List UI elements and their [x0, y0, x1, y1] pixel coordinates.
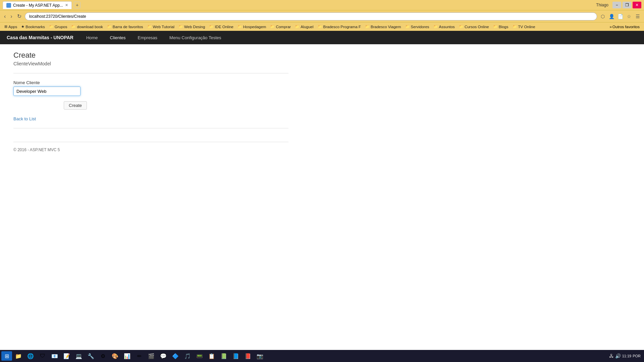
content-divider — [13, 73, 288, 73]
bookmark-icon: 📁 — [405, 24, 410, 29]
forward-button[interactable]: › — [9, 13, 13, 20]
bookmark-icon: 📁 — [365, 24, 370, 29]
minimize-button[interactable]: − — [612, 2, 621, 8]
bookmark-item-tv-online[interactable]: 📁TV Online — [511, 24, 537, 29]
bookmark-item-hospedagem[interactable]: 📁Hospedagem — [236, 24, 268, 29]
bookmark-label: Web Desing — [184, 25, 205, 29]
back-button[interactable]: ‹ — [3, 13, 7, 20]
bookmark-label: TV Online — [518, 25, 535, 29]
nav-link-clientes[interactable]: Clientes — [107, 34, 128, 42]
bookmark-item-blogs[interactable]: 📁Blogs — [491, 24, 510, 29]
bookmark-label: download book — [77, 25, 103, 29]
tab-favicon — [6, 3, 11, 8]
bookmark-icon: 📁 — [295, 24, 300, 29]
page-subtitle: ClienteViewModel — [13, 61, 288, 66]
bookmark-icon: 📁 — [71, 24, 76, 29]
bookmark-icon: 📁 — [237, 24, 242, 29]
bookmark-item-comprar[interactable]: 📁Comprar — [268, 24, 292, 29]
bookmark-icon: 📁 — [107, 24, 112, 29]
bookmark-label: Bookmarks — [25, 25, 45, 29]
nome-cliente-label: Nome Cliente — [13, 80, 288, 85]
site-navbar: Casa das Marmitas - UNOPAR Home Clientes… — [0, 31, 644, 44]
bookmark-label: Assuntos — [439, 25, 455, 29]
bookmark-icon: 📁 — [493, 24, 498, 29]
bookmark-item-download-book[interactable]: 📁download book — [69, 24, 104, 29]
titlebar: Create - My ASP.NET App... ✕ + Thiago − … — [0, 0, 644, 10]
bookmark-icon: ★ — [21, 24, 24, 29]
browser-toolbar: ‹ › ↻ ⬡ 👤 📄 ☆ ☰ — [0, 10, 644, 22]
bookmark-item-web-desing[interactable]: 📁Web Desing — [177, 24, 207, 29]
bookmark-icon: 📁 — [318, 24, 322, 29]
page-title: Create — [13, 51, 288, 60]
menu-icon[interactable]: ☰ — [634, 13, 641, 20]
bookmark-label: Grupos — [55, 25, 67, 29]
bookmark-label: Web Tutorial — [153, 25, 174, 29]
bookmark-label: Servidores — [411, 25, 429, 29]
pdf-icon[interactable]: 📄 — [616, 13, 624, 20]
new-tab-button[interactable]: + — [74, 2, 80, 8]
bookmark-icon: ⊞ — [4, 24, 7, 29]
page-footer: © 2016 - ASP.NET MVC 5 — [13, 142, 288, 152]
bookmark-label: Cursos Online — [465, 25, 489, 29]
user-name: Thiago — [596, 3, 608, 7]
bookmark-item-servidores[interactable]: 📁Servidores — [404, 24, 431, 29]
bookmark-item-web-tutorial[interactable]: 📁Web Tutorial — [146, 24, 176, 29]
bookmark-icon: 📁 — [433, 24, 438, 29]
bookmark-icon: 📁 — [270, 24, 275, 29]
bookmark-icon: 📁 — [49, 24, 54, 29]
bookmark-icon: 📁 — [178, 24, 183, 29]
bookmark-label: Apps — [8, 25, 17, 29]
bookmark-icon: 📁 — [513, 24, 517, 29]
bookmark-item-apps[interactable]: ⊞Apps — [3, 24, 19, 29]
bookmark-label: Aluguel — [301, 25, 313, 29]
restore-button[interactable]: ❐ — [623, 2, 631, 8]
bookmark-item-grupos[interactable]: 📁Grupos — [47, 24, 69, 29]
tab-close-button[interactable]: ✕ — [65, 3, 68, 7]
window-controls: Thiago − ❐ ✕ — [596, 2, 641, 8]
footer-divider — [13, 128, 288, 128]
nav-link-home[interactable]: Home — [84, 34, 101, 42]
tab-title: Create - My ASP.NET App... — [13, 3, 63, 8]
bookmark-label: Hospedagem — [243, 25, 266, 29]
bookmark-item-cursos-online[interactable]: 📁Cursos Online — [457, 24, 491, 29]
bookmark-item-assuntos[interactable]: 📁Assuntos — [432, 24, 457, 29]
bookmark-icon: 📁 — [459, 24, 464, 29]
active-tab[interactable]: Create - My ASP.NET App... ✕ — [3, 1, 72, 9]
star-icon[interactable]: ☆ — [625, 13, 633, 20]
back-to-list-link[interactable]: Back to List — [13, 116, 288, 121]
reload-button[interactable]: ↻ — [16, 12, 23, 20]
bookmarks-bar: ⊞Apps★Bookmarks📁Grupos📁download book📁Bar… — [0, 22, 644, 31]
bookmarks-more[interactable]: » Outros favoritos — [608, 24, 641, 29]
bookmark-item-bookmarks[interactable]: ★Bookmarks — [19, 24, 47, 29]
bookmark-item-ide-online[interactable]: 📁IDE Online — [207, 24, 235, 29]
close-button[interactable]: ✕ — [633, 2, 641, 8]
create-button[interactable]: Create — [64, 101, 87, 110]
bookmark-label: Comprar — [276, 25, 291, 29]
address-bar[interactable] — [25, 12, 597, 20]
bookmark-item-aluguel[interactable]: 📁Aluguel — [293, 24, 315, 29]
bookmark-icon: 📁 — [209, 24, 214, 29]
nome-cliente-group: Nome Cliente — [13, 80, 288, 96]
bookmark-label: Blogs — [499, 25, 508, 29]
pocket-icon[interactable]: ⬡ — [599, 13, 606, 20]
user-icon[interactable]: 👤 — [608, 13, 615, 20]
site-brand: Casa das Marmitas - UNOPAR — [7, 35, 73, 40]
bookmark-label: Bradesco Programa F — [323, 25, 361, 29]
bookmark-item-barra-de-favoritos[interactable]: 📁Barra de favoritos — [105, 24, 145, 29]
bookmark-label: Barra de favoritos — [113, 25, 143, 29]
bookmark-item-bradesco-viagem[interactable]: 📁Bradesco Viagem — [363, 24, 403, 29]
bookmark-icon: 📁 — [147, 24, 152, 29]
nav-link-empresas[interactable]: Empresas — [135, 34, 160, 42]
toolbar-icons: ⬡ 👤 📄 ☆ ☰ — [599, 13, 641, 20]
nome-cliente-input[interactable] — [13, 86, 80, 96]
bookmark-label: Bradesco Viagem — [371, 25, 401, 29]
nav-link-menu-config[interactable]: Menu Configuração Testes — [167, 34, 224, 42]
bookmark-item-bradesco-programa-f[interactable]: 📁Bradesco Programa F — [316, 24, 363, 29]
bookmark-label: IDE Online — [215, 25, 233, 29]
